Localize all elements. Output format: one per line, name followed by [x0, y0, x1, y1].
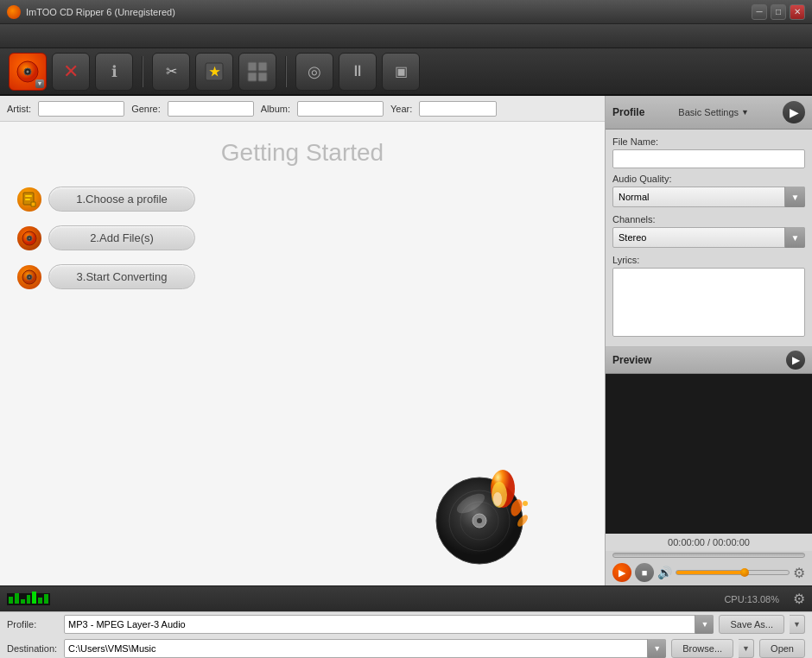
extract-button[interactable]: ◎: [295, 53, 333, 91]
svg-rect-6: [258, 62, 267, 71]
destination-row: Destination: C:\Users\VMS\Music ▼ Browse…: [0, 636, 812, 658]
toolbar: ▼ ✕ ℹ ✂ ★ ◎ ⏸ ▣: [0, 48, 812, 96]
svg-rect-7: [248, 73, 257, 81]
year-label: Year:: [390, 104, 412, 114]
left-panel: Artist: Genre: Album: Year: Getting Star…: [0, 96, 605, 585]
app-icon: [7, 5, 21, 19]
cd-image: [423, 456, 536, 568]
rip-cd-button[interactable]: ▼: [9, 53, 47, 91]
svg-rect-8: [258, 73, 267, 81]
channels-label: Channels:: [612, 214, 805, 225]
stop-button[interactable]: ■: [635, 563, 654, 582]
meta-bar: Artist: Genre: Album: Year:: [0, 96, 605, 122]
basic-settings-label: Basic Settings: [678, 107, 739, 117]
start-converting-label: 3.Start Converting: [48, 264, 195, 289]
play-button[interactable]: ▶: [612, 563, 631, 582]
save-as-split-button[interactable]: ▼: [790, 615, 805, 634]
bottombar: Profile: MP3 - MPEG Layer-3 Audio ▼ Save…: [0, 611, 812, 658]
cpu-bar-7: [44, 594, 48, 604]
file-name-label: File Name:: [612, 136, 805, 147]
browse-split-button[interactable]: ▼: [739, 639, 754, 658]
stop-button[interactable]: ✕: [52, 53, 90, 91]
maximize-button[interactable]: □: [771, 4, 786, 20]
preview-video-area: [606, 374, 812, 534]
save-as-button[interactable]: Save As...: [719, 615, 784, 634]
content-area: Getting Started 1.Choose a profile: [0, 122, 605, 585]
cpu-settings-button[interactable]: ⚙: [793, 591, 805, 607]
pause-button[interactable]: ⏸: [339, 53, 377, 91]
toolbar-separator-1: [142, 56, 143, 87]
svg-point-27: [493, 492, 502, 506]
svg-rect-10: [25, 195, 32, 197]
choose-profile-step[interactable]: 1.Choose a profile: [17, 187, 195, 212]
start-converting-icon: [17, 265, 41, 289]
settings-button[interactable]: ▣: [382, 53, 420, 91]
genre-input[interactable]: [168, 101, 254, 117]
channels-select[interactable]: Stereo Mono Joint Stereo: [612, 227, 805, 248]
profile-select-wrap: MP3 - MPEG Layer-3 Audio ▼: [64, 615, 714, 634]
audio-quality-select[interactable]: Normal High Low: [612, 187, 805, 207]
profile-expand-button[interactable]: ▶: [783, 101, 805, 123]
svg-marker-12: [31, 202, 35, 206]
cpu-bar-1: [9, 597, 13, 604]
preview-expand-button[interactable]: ▶: [786, 351, 805, 370]
svg-text:★: ★: [209, 65, 220, 79]
destination-label: Destination:: [7, 643, 59, 654]
album-input[interactable]: [297, 101, 384, 117]
year-input[interactable]: [419, 101, 497, 117]
channels-wrapper: Stereo Mono Joint Stereo ▼: [612, 227, 805, 248]
svg-point-2: [27, 70, 29, 73]
destination-select[interactable]: C:\Users\VMS\Music: [64, 639, 666, 658]
volume-knob: [740, 568, 749, 577]
svg-rect-11: [25, 199, 30, 200]
svg-point-15: [29, 237, 30, 239]
statusbar: CPU:13.08% ⚙: [0, 585, 812, 611]
cpu-text: CPU:13.08%: [57, 594, 779, 604]
profile-row: Profile: MP3 - MPEG Layer-3 Audio ▼ Save…: [0, 612, 812, 636]
cpu-bar-5: [32, 592, 36, 604]
cpu-bars: [7, 593, 50, 605]
lyrics-label: Lyrics:: [612, 255, 805, 265]
cut-button[interactable]: ✂: [152, 53, 190, 91]
profile-select[interactable]: MP3 - MPEG Layer-3 Audio: [64, 615, 714, 634]
svg-point-18: [29, 276, 30, 278]
svg-point-30: [523, 501, 528, 506]
browse-button[interactable]: Browse...: [671, 639, 733, 658]
cpu-bar-3: [21, 599, 25, 604]
destination-select-wrap: C:\Users\VMS\Music ▼: [64, 639, 666, 658]
choose-profile-label: 1.Choose a profile: [48, 187, 195, 212]
titlebar-controls: ─ □ ✕: [752, 4, 805, 20]
titlebar-title: ImTOO CD Ripper 6 (Unregistered): [26, 7, 175, 17]
add-files-step[interactable]: 2.Add File(s): [17, 225, 195, 250]
volume-slider[interactable]: [676, 570, 790, 575]
audio-quality-wrapper: Normal High Low ▼: [612, 187, 805, 207]
add-files-icon: [17, 226, 41, 250]
start-converting-step[interactable]: 3.Start Converting: [17, 264, 195, 289]
preview-title: Preview: [612, 354, 651, 366]
preview-panel: Preview ▶ 00:00:00 / 00:00:00 ▶ ■ 🔊 ⚙: [606, 346, 812, 585]
seek-bar[interactable]: [612, 553, 805, 558]
preview-settings-button[interactable]: ⚙: [793, 565, 805, 581]
info-button[interactable]: ℹ: [95, 53, 133, 91]
minimize-button[interactable]: ─: [752, 4, 767, 20]
genre-label: Genre:: [131, 104, 161, 114]
merge-button[interactable]: [238, 53, 276, 91]
album-label: Album:: [261, 104, 290, 114]
basic-settings-button[interactable]: Basic Settings ▼: [678, 107, 749, 117]
preview-controls: ▶ ■ 🔊 ⚙: [606, 560, 812, 585]
lyrics-textarea[interactable]: [612, 268, 805, 337]
audio-quality-label: Audio Quality:: [612, 174, 805, 184]
profile-bottom-label: Profile:: [7, 619, 59, 630]
cpu-bar-4: [27, 595, 31, 604]
close-button[interactable]: ✕: [790, 4, 805, 20]
right-panel: Profile Basic Settings ▼ ▶ File Name: Au…: [605, 96, 812, 585]
titlebar: ImTOO CD Ripper 6 (Unregistered) ─ □ ✕: [0, 0, 812, 24]
artist-input[interactable]: [38, 101, 124, 117]
file-name-input[interactable]: [612, 149, 805, 168]
profile-title: Profile: [612, 106, 644, 118]
profile-header: Profile Basic Settings ▼ ▶: [606, 96, 812, 130]
preview-seek: [606, 551, 812, 560]
open-button[interactable]: Open: [759, 639, 805, 658]
effect-button[interactable]: ★: [195, 53, 233, 91]
preview-time: 00:00:00 / 00:00:00: [606, 534, 812, 551]
